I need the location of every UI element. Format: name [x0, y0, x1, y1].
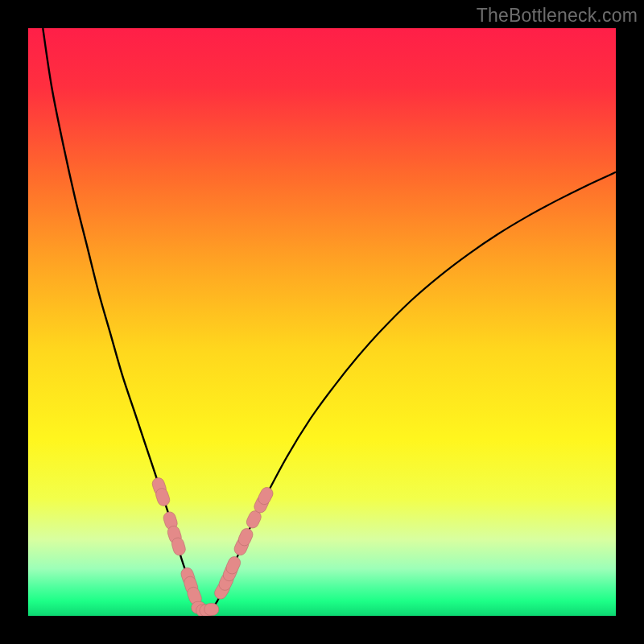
left-curve — [43, 28, 201, 610]
plot-area — [28, 28, 616, 616]
watermark-text: TheBottleneck.com — [477, 5, 638, 27]
curve-marker — [204, 603, 219, 615]
right-curve — [210, 172, 616, 611]
chart-svg — [28, 28, 616, 616]
outer-frame: TheBottleneck.com — [0, 0, 644, 644]
marker-group — [151, 477, 275, 616]
